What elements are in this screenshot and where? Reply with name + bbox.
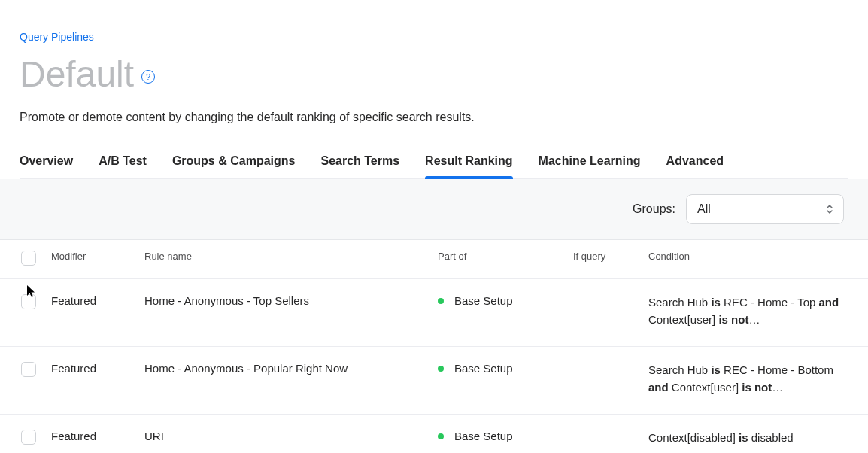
cell-if-query xyxy=(566,347,641,415)
condition-segment: is xyxy=(708,296,724,309)
condition-segment: is not xyxy=(739,381,772,394)
controls-bar: Groups: All xyxy=(0,179,868,240)
cell-part-of: Base Setup xyxy=(430,347,566,415)
condition-segment: is xyxy=(736,431,751,444)
groups-select[interactable]: All xyxy=(686,194,844,224)
column-header-rule-name[interactable]: Rule name xyxy=(137,240,430,279)
tab-overview[interactable]: Overview xyxy=(20,147,73,178)
cell-if-query xyxy=(566,279,641,347)
cell-part-of: Base Setup xyxy=(430,415,566,454)
status-dot-icon xyxy=(438,433,444,439)
breadcrumb-query-pipelines[interactable]: Query Pipelines xyxy=(20,31,94,43)
cell-condition: Search Hub is REC - Home - Top and Conte… xyxy=(641,279,868,347)
select-all-checkbox[interactable] xyxy=(21,251,36,266)
column-header-condition[interactable]: Condition xyxy=(641,240,868,279)
condition-segment: REC - Home - Bottom xyxy=(724,363,833,376)
row-checkbox[interactable] xyxy=(21,430,36,445)
condition-segment: and xyxy=(648,381,672,394)
cell-rule-name: Home - Anonymous - Top Sellers xyxy=(137,279,430,347)
tab-ranking[interactable]: Result Ranking xyxy=(425,147,512,178)
column-header-if-query[interactable]: If query xyxy=(566,240,641,279)
cell-part-of-text: Base Setup xyxy=(454,430,513,442)
chevron-updown-icon xyxy=(825,204,834,214)
help-icon[interactable]: ? xyxy=(141,70,155,84)
cell-condition: Context[disabled] is disabled xyxy=(641,415,868,454)
condition-segment: Context[disabled] xyxy=(648,431,736,444)
tab-groups[interactable]: Groups & Campaigns xyxy=(172,147,296,178)
cell-part-of: Base Setup xyxy=(430,279,566,347)
table-row[interactable]: FeaturedHome - Anonymous - Top SellersBa… xyxy=(0,279,868,347)
page-subtitle: Promote or demote content by changing th… xyxy=(20,111,848,124)
status-dot-icon xyxy=(438,366,444,372)
cell-rule-name: URI xyxy=(137,415,430,454)
table-row[interactable]: FeaturedURIBase SetupContext[disabled] i… xyxy=(0,415,868,454)
condition-segment: Context[user] xyxy=(648,313,715,326)
condition-segment: Search Hub xyxy=(648,363,708,376)
table-row[interactable]: FeaturedHome - Anonymous - Popular Right… xyxy=(0,347,868,415)
condition-segment: … xyxy=(748,313,760,326)
cell-modifier: Featured xyxy=(44,347,137,415)
cell-condition: Search Hub is REC - Home - Bottom and Co… xyxy=(641,347,868,415)
groups-select-value: All xyxy=(697,202,711,216)
cell-part-of-text: Base Setup xyxy=(454,294,513,307)
column-header-select xyxy=(0,240,44,279)
tab-terms[interactable]: Search Terms xyxy=(320,147,399,178)
status-dot-icon xyxy=(438,298,444,304)
page-title: Default xyxy=(20,56,134,93)
cell-modifier: Featured xyxy=(44,415,137,454)
condition-segment: is not xyxy=(715,313,748,326)
cell-modifier: Featured xyxy=(44,279,137,347)
tabs-bar: OverviewA/B TestGroups & CampaignsSearch… xyxy=(20,147,848,179)
condition-segment: REC - Home - Top xyxy=(724,296,815,309)
rules-table: Modifier Rule name Part of If query Cond… xyxy=(0,240,868,453)
cell-if-query xyxy=(566,415,641,454)
condition-segment: Context[user] xyxy=(672,381,739,394)
tab-abtest[interactable]: A/B Test xyxy=(99,147,147,178)
condition-segment: Search Hub xyxy=(648,296,708,309)
tab-advanced[interactable]: Advanced xyxy=(666,147,724,178)
groups-label: Groups: xyxy=(633,202,675,216)
cell-part-of-text: Base Setup xyxy=(454,362,513,375)
tab-ml[interactable]: Machine Learning xyxy=(539,147,641,178)
condition-segment: is xyxy=(708,363,724,376)
condition-segment: disabled xyxy=(751,431,794,444)
column-header-part-of[interactable]: Part of xyxy=(430,240,566,279)
cell-rule-name: Home - Anonymous - Popular Right Now xyxy=(137,347,430,415)
row-checkbox[interactable] xyxy=(21,294,36,309)
condition-segment: … xyxy=(772,381,783,394)
row-checkbox[interactable] xyxy=(21,362,36,377)
condition-segment: and xyxy=(815,296,839,309)
column-header-modifier[interactable]: Modifier xyxy=(44,240,137,279)
